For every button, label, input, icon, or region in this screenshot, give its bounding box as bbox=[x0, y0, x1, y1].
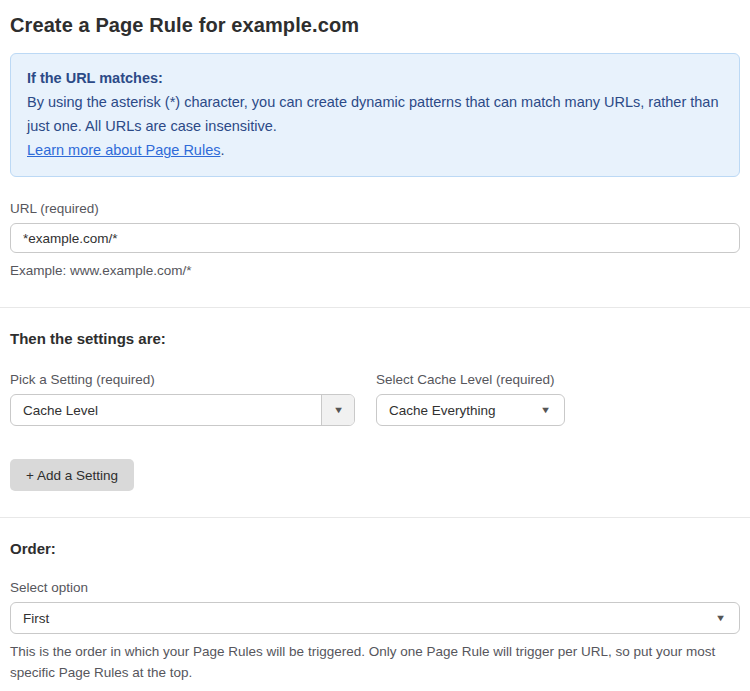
pick-setting-label: Pick a Setting (required) bbox=[10, 372, 355, 387]
add-setting-button[interactable]: + Add a Setting bbox=[10, 459, 134, 491]
pick-setting-column: Pick a Setting (required) Cache Level ▼ bbox=[10, 372, 355, 426]
pick-setting-value: Cache Level bbox=[11, 403, 321, 418]
url-field-label: URL (required) bbox=[10, 201, 740, 216]
cache-level-column: Select Cache Level (required) Cache Ever… bbox=[376, 372, 565, 426]
link-period: . bbox=[220, 142, 224, 158]
divider bbox=[0, 517, 750, 518]
url-input[interactable] bbox=[10, 223, 740, 253]
cache-level-value: Cache Everything bbox=[377, 403, 541, 418]
order-select-value: First bbox=[11, 611, 716, 626]
settings-row: Pick a Setting (required) Cache Level ▼ … bbox=[10, 372, 740, 426]
page-rule-form: Create a Page Rule for example.com If th… bbox=[0, 0, 750, 691]
divider bbox=[0, 307, 750, 308]
arrow-wrap: ▼ bbox=[716, 614, 739, 623]
info-box-body: By using the asterisk (*) character, you… bbox=[27, 90, 723, 138]
arrow-wrap: ▼ bbox=[541, 406, 564, 415]
dropdown-arrow-button[interactable]: ▼ bbox=[321, 395, 354, 425]
chevron-down-icon: ▼ bbox=[540, 406, 551, 415]
url-match-info-box: If the URL matches: By using the asteris… bbox=[10, 53, 740, 177]
settings-heading: Then the settings are: bbox=[10, 330, 740, 347]
cache-level-select[interactable]: Cache Everything ▼ bbox=[376, 394, 565, 426]
chevron-down-icon: ▼ bbox=[715, 614, 726, 623]
order-select-label: Select option bbox=[10, 580, 740, 595]
pick-setting-select[interactable]: Cache Level ▼ bbox=[10, 394, 355, 426]
order-heading: Order: bbox=[10, 540, 740, 557]
chevron-down-icon: ▼ bbox=[332, 406, 343, 415]
order-helper-text: This is the order in which your Page Rul… bbox=[10, 641, 740, 683]
url-helper-text: Example: www.example.com/* bbox=[10, 260, 740, 281]
learn-more-link[interactable]: Learn more about Page Rules bbox=[27, 142, 220, 158]
info-box-link-line: Learn more about Page Rules. bbox=[27, 138, 723, 162]
info-box-heading: If the URL matches: bbox=[27, 66, 723, 90]
cache-level-label: Select Cache Level (required) bbox=[376, 372, 565, 387]
order-select[interactable]: First ▼ bbox=[10, 602, 740, 634]
page-title: Create a Page Rule for example.com bbox=[10, 14, 740, 37]
